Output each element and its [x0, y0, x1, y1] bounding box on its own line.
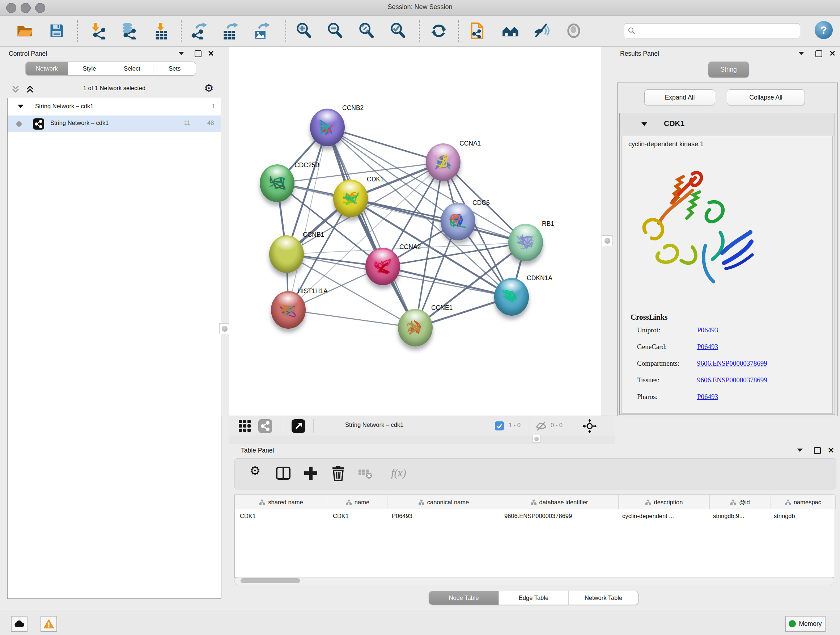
network-node-CCNB1[interactable]	[269, 235, 304, 273]
network-node-HIST1H1A[interactable]	[271, 291, 306, 329]
column-header-description[interactable]: description	[619, 495, 710, 509]
zoom-fit-icon[interactable]	[358, 22, 375, 40]
column-header-shared-name[interactable]: shared name	[235, 495, 328, 509]
eye-lens-icon[interactable]	[565, 22, 583, 40]
cell-canonical-name: P06493	[387, 509, 499, 524]
table-row[interactable]: CDK1CDK1P064939606.ENSP00000378699cyclin…	[235, 509, 834, 524]
open-session-icon[interactable]	[16, 22, 33, 40]
export-network-icon[interactable]	[191, 22, 208, 40]
zoom-selected-icon[interactable]	[389, 22, 407, 40]
node-result-header[interactable]: CDK1	[620, 113, 835, 135]
column-header-canonical-name[interactable]: canonical name	[387, 495, 500, 509]
network-collection-row[interactable]: String Network – cdk1 1	[8, 99, 221, 116]
import-network-database-icon[interactable]	[119, 22, 137, 40]
selected-counts: 1 - 0	[508, 422, 521, 429]
right-splitter[interactable]	[601, 47, 615, 416]
scrollbar-thumb[interactable]	[240, 578, 300, 583]
column-header-name[interactable]: name	[328, 495, 387, 509]
crosslinks-section: CrossLinks Uniprot:P06493GeneCard:P06493…	[630, 313, 668, 405]
table-panel-menu-icon[interactable]	[794, 446, 805, 455]
column-header-namespac[interactable]: namespac	[771, 495, 836, 509]
save-session-icon[interactable]	[48, 22, 65, 40]
import-table-icon[interactable]	[153, 22, 170, 40]
home-pair-icon[interactable]	[502, 22, 519, 40]
tab-sets[interactable]: Sets	[153, 62, 196, 75]
left-splitter[interactable]	[221, 47, 229, 416]
delete-table-icon[interactable]	[356, 465, 374, 483]
network-node-CDK1[interactable]	[333, 180, 368, 217]
results-panel: Results Panel ✕ String Expand All Collap…	[615, 47, 840, 444]
tab-select[interactable]: Select	[111, 62, 154, 75]
tab-string[interactable]: String	[708, 62, 749, 78]
memory-button[interactable]: Memory	[785, 616, 826, 632]
delete-column-icon[interactable]	[330, 465, 347, 483]
zoom-in-icon[interactable]	[295, 22, 313, 40]
right-splitter-handle[interactable]	[602, 235, 613, 246]
crosslink-link[interactable]: 9606.ENSP00000378699	[697, 376, 767, 384]
crosslink-link[interactable]: P06493	[697, 393, 718, 401]
table-options-gear-icon[interactable]: ⚙	[246, 465, 264, 483]
import-network-file-icon[interactable]	[89, 22, 106, 40]
cloud-status-button[interactable]	[11, 616, 27, 632]
control-panel-title: Control Panel	[9, 50, 47, 57]
network-node-RB1[interactable]	[508, 224, 543, 261]
refresh-layout-icon[interactable]	[430, 22, 447, 40]
hidden-eye-slash-icon[interactable]	[535, 421, 547, 432]
column-header-database-identifier[interactable]: database identifier	[500, 495, 619, 509]
crosslink-link[interactable]: 9606.ENSP00000378699	[697, 359, 767, 367]
help-icon[interactable]: ?	[815, 21, 833, 39]
search-input[interactable]	[637, 25, 798, 36]
network-row-selected[interactable]: String Network – cdk1 11 48	[8, 116, 221, 132]
network-options-gear-icon[interactable]: ⚙	[204, 83, 214, 94]
column-header-label: name	[355, 499, 369, 506]
crosslink-link[interactable]: P06493	[697, 326, 718, 334]
network-node-CCNB2[interactable]	[310, 109, 345, 146]
tab-network[interactable]: Network	[26, 62, 68, 75]
control-panel-float-icon[interactable]	[193, 49, 203, 58]
table-panel-float-icon[interactable]	[812, 446, 823, 455]
hide-panel-eye-icon[interactable]	[533, 22, 550, 40]
collapse-all-button[interactable]: Collapse All	[727, 89, 805, 105]
network-node-CCNE1[interactable]	[398, 309, 433, 347]
left-splitter-handle[interactable]	[219, 323, 230, 334]
column-header-@id[interactable]: @id	[710, 495, 771, 509]
show-columns-icon[interactable]	[275, 465, 292, 483]
collection-expander-icon[interactable]	[18, 105, 24, 108]
birdseye-crosshair-icon[interactable]	[583, 419, 597, 433]
node-label-RB1: RB1	[542, 220, 554, 228]
network-node-CDC25B[interactable]	[260, 165, 294, 202]
add-column-icon[interactable]	[302, 465, 319, 483]
table-horizontal-scrollbar[interactable]	[234, 577, 834, 585]
results-panel-menu-icon[interactable]	[796, 49, 807, 58]
section-expander-icon[interactable]	[641, 122, 647, 126]
tab-style[interactable]: Style	[68, 62, 111, 75]
network-document-icon[interactable]	[469, 22, 486, 40]
table-panel-close-icon[interactable]: ✕	[826, 446, 836, 455]
share-view-icon[interactable]	[258, 419, 272, 433]
warning-status-button[interactable]	[41, 616, 57, 632]
function-builder-icon[interactable]: f(x)	[382, 465, 415, 484]
results-panel-float-icon[interactable]	[813, 49, 824, 58]
node-description: cyclin-dependent kinase 1	[628, 141, 704, 148]
network-node-CDC6[interactable]	[441, 203, 475, 241]
expand-all-button[interactable]: Expand All	[644, 89, 715, 105]
cell-shared-name: CDK1	[235, 509, 328, 524]
selected-checkbox-icon[interactable]	[495, 421, 504, 431]
horizontal-splitter-handle[interactable]	[532, 435, 540, 443]
network-node-CCNA1[interactable]	[426, 143, 461, 181]
tab-node-table[interactable]: Node Table	[429, 591, 499, 605]
crosslink-link[interactable]: P06493	[697, 343, 718, 351]
grid-view-icon[interactable]	[238, 419, 252, 433]
control-panel-close-icon[interactable]: ✕	[205, 49, 216, 58]
control-panel-menu-icon[interactable]	[176, 49, 187, 58]
network-node-CCNA2[interactable]	[365, 248, 400, 285]
open-in-window-icon[interactable]	[292, 419, 305, 433]
zoom-out-icon[interactable]	[326, 22, 344, 40]
export-table-icon[interactable]	[222, 22, 239, 40]
tab-network-table[interactable]: Network Table	[569, 591, 638, 605]
network-node-CDKN1A[interactable]	[494, 278, 529, 316]
export-image-icon[interactable]	[253, 22, 271, 40]
network-canvas[interactable]: CCNB2CCNA1CDC25BCDK1CDC6RB1CCNB1CCNA2CDK…	[229, 47, 601, 416]
tab-edge-table[interactable]: Edge Table	[499, 591, 569, 605]
results-panel-close-icon[interactable]: ✕	[827, 49, 838, 58]
